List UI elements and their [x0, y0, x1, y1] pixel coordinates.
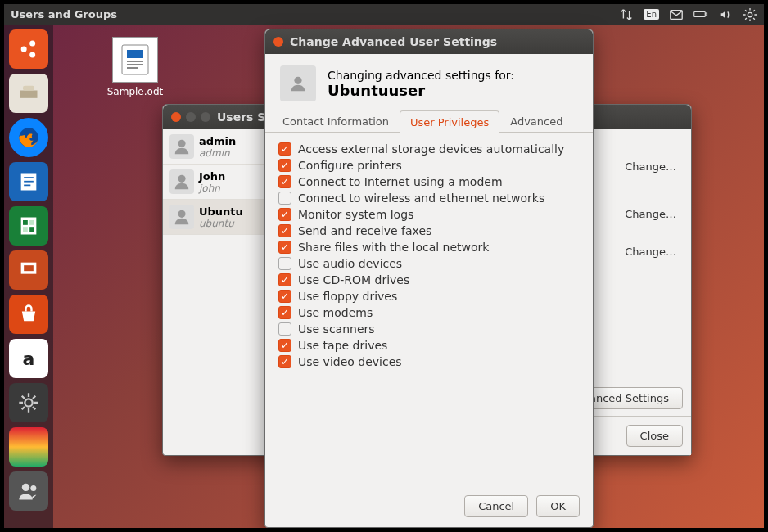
privilege-row[interactable]: Use video devices [278, 354, 580, 370]
gear-icon[interactable] [743, 7, 757, 22]
privilege-checkbox[interactable] [278, 306, 291, 319]
user-id: john [199, 183, 225, 194]
svg-point-29 [178, 140, 185, 147]
privilege-label: Use floppy drives [298, 290, 397, 303]
launcher-users-icon[interactable] [9, 471, 48, 511]
privilege-checkbox[interactable] [278, 224, 291, 237]
launcher-settings-icon[interactable] [9, 383, 48, 422]
privilege-checkbox[interactable] [278, 339, 291, 352]
privilege-row[interactable]: Connect to Internet using a modem [278, 174, 580, 190]
network-updown-icon[interactable] [619, 7, 634, 22]
privilege-row[interactable]: Use modems [278, 304, 580, 321]
change-link-2[interactable]: Change… [625, 208, 676, 220]
privilege-row[interactable]: Use scanners [278, 321, 580, 337]
desktop-file[interactable]: Sample.odt [102, 37, 168, 97]
dialog-titlebar[interactable]: Change Advanced User Settings [265, 29, 593, 54]
privilege-checkbox[interactable] [278, 273, 291, 286]
svg-rect-15 [23, 220, 28, 225]
minimize-icon[interactable] [186, 112, 196, 122]
user-list-item[interactable]: Johnjohn [163, 165, 269, 200]
user-avatar-icon [280, 65, 316, 101]
privilege-label: Connect to Internet using a modem [298, 175, 503, 188]
user-list-item[interactable]: adminadmin [163, 129, 269, 165]
top-panel: Users and Groups En [4, 4, 764, 25]
tab-contact[interactable]: Contact Information [272, 110, 400, 132]
privilege-label: Monitor system logs [298, 208, 413, 221]
user-name: admin [199, 135, 236, 147]
privilege-label: Configure printers [298, 159, 402, 172]
tab-privileges[interactable]: User Privileges [400, 110, 499, 133]
mail-icon[interactable] [669, 7, 684, 22]
user-id: admin [199, 147, 236, 159]
launcher-dash-icon[interactable] [9, 29, 48, 69]
change-link-3[interactable]: Change… [625, 246, 676, 258]
privilege-row[interactable]: Send and receive faxes [278, 223, 580, 239]
dialog-tabs: Contact Information User Privileges Adva… [265, 110, 593, 133]
privilege-row[interactable]: Use CD-ROM drives [278, 272, 580, 288]
privilege-checkbox[interactable] [278, 257, 291, 270]
privilege-row[interactable]: Access external storage devices automati… [278, 141, 580, 157]
privilege-checkbox[interactable] [278, 142, 291, 156]
privilege-checkbox[interactable] [278, 175, 291, 188]
dialog-heading-username: Ubuntuuser [328, 82, 514, 99]
change-link-1[interactable]: Change… [625, 160, 676, 173]
svg-rect-11 [24, 177, 34, 178]
battery-icon[interactable] [693, 7, 708, 22]
ok-button[interactable]: OK [536, 495, 580, 517]
svg-rect-7 [20, 91, 38, 98]
launcher-software-icon[interactable] [9, 295, 48, 334]
launcher-writer-icon[interactable] [9, 162, 48, 201]
close-icon[interactable] [171, 112, 181, 122]
privilege-checkbox[interactable] [278, 322, 291, 336]
launcher-calc-icon[interactable] [9, 206, 48, 246]
launcher-files-icon[interactable] [9, 74, 48, 113]
close-button[interactable]: Close [626, 425, 683, 447]
launcher-amazon-icon[interactable]: a [9, 339, 48, 378]
privilege-label: Use tape drives [298, 339, 387, 352]
launcher-misc-icon[interactable] [9, 427, 48, 467]
svg-rect-24 [122, 45, 148, 74]
volume-icon[interactable] [718, 7, 733, 22]
svg-rect-26 [127, 61, 143, 62]
svg-point-22 [22, 484, 29, 491]
privileges-list: Access external storage devices automati… [265, 133, 593, 485]
user-name: Ubuntu [199, 205, 243, 218]
cancel-button[interactable]: Cancel [464, 495, 528, 517]
svg-point-32 [294, 77, 301, 84]
launcher-impress-icon[interactable] [9, 250, 48, 290]
privilege-row[interactable]: Use audio devices [278, 255, 580, 272]
privilege-row[interactable]: Use floppy drives [278, 288, 580, 304]
desktop-file-label: Sample.odt [107, 86, 163, 97]
keyboard-language-badge[interactable]: En [644, 9, 659, 20]
privilege-label: Use CD-ROM drives [298, 273, 409, 286]
privilege-row[interactable]: Monitor system logs [278, 206, 580, 223]
privilege-checkbox[interactable] [278, 241, 291, 254]
privilege-checkbox[interactable] [278, 192, 291, 205]
advanced-settings-dialog: Change Advanced User Settings Changing a… [264, 29, 594, 528]
privilege-row[interactable]: Connect to wireless and ethernet network… [278, 190, 580, 206]
privilege-label: Share files with the local network [298, 241, 489, 254]
maximize-icon[interactable] [201, 112, 210, 122]
launcher: a [4, 25, 53, 528]
svg-rect-0 [671, 10, 682, 19]
privilege-checkbox[interactable] [278, 159, 291, 172]
user-list-item[interactable]: Ubuntuubuntu [163, 200, 269, 235]
avatar-icon [169, 134, 194, 159]
svg-rect-1 [694, 12, 706, 17]
privilege-row[interactable]: Use tape drives [278, 337, 580, 354]
svg-rect-12 [24, 181, 34, 183]
privilege-row[interactable]: Configure printers [278, 157, 580, 174]
tab-advanced[interactable]: Advanced [499, 110, 573, 132]
privilege-label: Access external storage devices automati… [298, 142, 564, 156]
svg-rect-27 [127, 64, 143, 65]
privilege-row[interactable]: Share files with the local network [278, 239, 580, 255]
svg-rect-17 [23, 227, 28, 232]
privilege-checkbox[interactable] [278, 355, 291, 368]
close-icon[interactable] [273, 37, 283, 47]
privilege-checkbox[interactable] [278, 290, 291, 303]
launcher-firefox-icon[interactable] [9, 118, 48, 157]
users-list: adminadminJohnjohnUbuntuubuntu [163, 129, 269, 455]
privilege-checkbox[interactable] [278, 208, 291, 221]
privilege-label: Use audio devices [298, 257, 402, 270]
users-window-title: Users S [217, 110, 265, 124]
